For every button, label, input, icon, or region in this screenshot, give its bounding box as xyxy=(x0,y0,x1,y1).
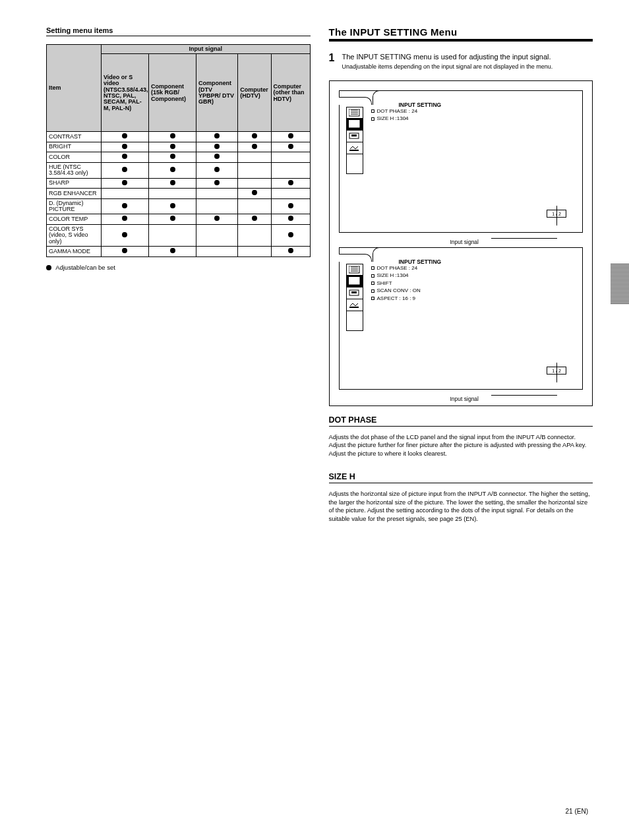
matrix-cell xyxy=(148,162,196,178)
matrix-cell xyxy=(148,189,196,198)
step-number: 1 xyxy=(329,52,338,71)
square-bullet-icon xyxy=(371,274,374,278)
menu-list: DOT PHASE : 24 SIZE H :1304 xyxy=(371,108,572,123)
matrix-cell xyxy=(196,214,238,224)
dot-icon xyxy=(122,144,127,149)
row-label: BRIGHT xyxy=(47,142,102,152)
matrix-cell xyxy=(238,198,271,214)
matrix-cell xyxy=(196,178,238,188)
panel-title: INPUT SETTING xyxy=(399,258,442,265)
section-heading-sizeh: SIZE H xyxy=(329,472,593,481)
dot-icon xyxy=(214,133,220,138)
settings-matrix-table: Item Input signal Video or S video (NTSC… xyxy=(46,44,311,257)
matrix-cell xyxy=(238,214,271,224)
heavy-rule xyxy=(329,39,593,42)
page-number: 21 (EN) xyxy=(566,808,588,815)
menu-tab-icon-selected xyxy=(346,276,363,287)
dot-icon xyxy=(122,154,127,159)
matrix-cell xyxy=(238,247,271,256)
section-body-sizeh: Adjusts the horizontal size of picture i… xyxy=(329,490,593,523)
dot-icon xyxy=(170,167,175,172)
matrix-cell xyxy=(196,224,238,246)
svg-rect-8 xyxy=(351,291,357,293)
menu-item: DOT PHASE : 24 xyxy=(371,265,572,272)
menu-item: SHIFT xyxy=(371,280,572,287)
matrix-cell xyxy=(148,198,196,214)
dot-icon xyxy=(288,133,293,138)
col-superheader: Input signal xyxy=(101,45,310,54)
matrix-cell xyxy=(148,152,196,162)
menu-tab-icon-selected xyxy=(346,119,363,131)
dot-icon xyxy=(214,144,220,149)
rule xyxy=(329,483,593,483)
table-row: RGB ENHANCER xyxy=(47,189,311,198)
menu-item: ASPECT : 16 : 9 xyxy=(371,295,572,302)
panel-caption: Input signal xyxy=(450,239,479,245)
matrix-cell xyxy=(101,247,148,256)
menu-item: SIZE H :1304 xyxy=(371,115,572,122)
dot-icon xyxy=(122,180,127,185)
row-label: GAMMA MODE xyxy=(47,247,102,256)
col-header-item: Item xyxy=(47,45,102,132)
matrix-cell xyxy=(101,178,148,188)
dot-icon xyxy=(214,216,220,221)
dot-icon xyxy=(288,248,293,253)
left-heading: Setting menu items xyxy=(46,26,311,34)
menu-tab-icon xyxy=(346,142,363,154)
table-row: GAMMA MODE xyxy=(47,247,311,256)
dot-icon xyxy=(170,203,175,208)
square-bullet-icon xyxy=(371,289,374,293)
row-label: COLOR TEMP xyxy=(47,214,102,224)
matrix-cell xyxy=(148,224,196,246)
square-bullet-icon xyxy=(371,282,374,285)
menu-item: SCAN CONV : ON xyxy=(371,287,572,294)
table-row: BRIGHT xyxy=(47,142,311,152)
dot-icon xyxy=(288,144,293,149)
section-heading-dotphase: DOT PHASE xyxy=(329,415,593,425)
matrix-cell xyxy=(238,162,271,178)
edge-tab-marker xyxy=(611,264,629,305)
dot-icon xyxy=(252,133,257,138)
col-header-3: Computer (HDTV) xyxy=(238,54,271,132)
matrix-cell xyxy=(196,198,238,214)
svg-rect-4 xyxy=(349,150,359,151)
matrix-cell xyxy=(271,178,310,188)
matrix-cell xyxy=(196,142,238,152)
dot-icon xyxy=(170,154,175,159)
panel-caption: Input signal xyxy=(450,396,479,402)
matrix-cell xyxy=(148,132,196,142)
menu-tab-icon xyxy=(346,131,363,142)
matrix-cell xyxy=(271,142,310,152)
leader-line xyxy=(491,395,557,396)
table-row: COLOR SYS (video, S video only) xyxy=(47,224,311,246)
matrix-cell xyxy=(101,132,148,142)
dot-icon xyxy=(122,248,127,253)
panel-title: INPUT SETTING xyxy=(399,102,442,108)
dot-icon xyxy=(252,190,257,195)
matrix-cell xyxy=(148,178,196,188)
leader-line xyxy=(556,363,557,382)
matrix-cell xyxy=(101,142,148,152)
menu-screen-panel-2: INPUT SETTING DOT PHASE : 24 SIZE H :130… xyxy=(339,247,584,390)
leader-line xyxy=(491,238,557,239)
matrix-cell xyxy=(271,224,310,246)
matrix-cell xyxy=(238,152,271,162)
dot-icon xyxy=(122,167,127,172)
col-header-1: Component (15k RGB/ Component) xyxy=(148,54,196,132)
menu-tab-icon xyxy=(346,264,363,276)
dot-icon xyxy=(122,203,127,208)
step-subtext: Unadjustable items depending on the inpu… xyxy=(342,63,553,71)
step-text: The INPUT SETTING menu is used for adjus… xyxy=(342,52,553,62)
matrix-cell xyxy=(148,247,196,256)
legend: Adjustable/can be set xyxy=(46,264,311,271)
matrix-cell xyxy=(101,198,148,214)
dot-icon xyxy=(122,133,127,138)
legend-dot-icon xyxy=(46,265,51,270)
leader-line xyxy=(556,206,557,225)
dot-icon xyxy=(288,180,293,185)
diagram-box: INPUT SETTING DOT PHASE : 24 SIZE H :130… xyxy=(329,80,593,406)
dot-icon xyxy=(214,167,220,172)
table-row: HUE (NTSC 3.58/4.43 only) xyxy=(47,162,311,178)
col-header-4: Computer (other than HDTV) xyxy=(271,54,310,132)
matrix-cell xyxy=(271,189,310,198)
